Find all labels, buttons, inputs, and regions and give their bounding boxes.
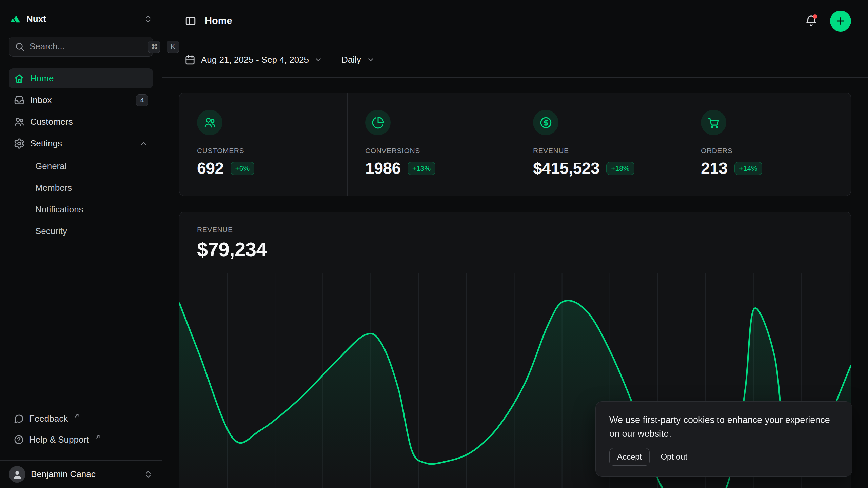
stat-delta-badge: +18%: [606, 162, 634, 175]
accept-cookies-button[interactable]: Accept: [609, 448, 650, 466]
sidebar-item-settings[interactable]: Settings: [9, 134, 153, 154]
user-menu[interactable]: Benjamin Canac: [0, 460, 162, 488]
gear-icon: [14, 138, 25, 149]
chevrons-up-down-icon: [143, 14, 153, 24]
add-button[interactable]: [830, 11, 851, 32]
page-title: Home: [205, 15, 232, 26]
chevron-down-icon: [367, 56, 375, 64]
sidebar: Nuxt ⌘ K Home Inbox 4: [0, 0, 162, 488]
stat-label: REVENUE: [533, 147, 683, 155]
search-input-wrapper[interactable]: ⌘ K: [9, 37, 153, 57]
nuxt-logo-icon: [9, 13, 21, 25]
feedback-link[interactable]: Feedback: [9, 408, 153, 429]
period-select[interactable]: Daily: [341, 55, 375, 65]
chevron-down-icon: [314, 56, 322, 64]
stat-label: CONVERSIONS: [365, 147, 515, 155]
external-link-icon: [74, 412, 80, 419]
help-circle-icon: [14, 434, 24, 445]
sidebar-item-label: Home: [30, 73, 54, 84]
inbox-icon: [14, 95, 25, 106]
cookie-message: We use first-party cookies to enhance yo…: [609, 413, 839, 441]
sidebar-item-label: Inbox: [30, 95, 52, 105]
users-icon: [197, 110, 222, 135]
feedback-label: Feedback: [29, 413, 68, 424]
stat-revenue[interactable]: REVENUE $415,523 +18%: [515, 93, 683, 196]
shopping-cart-icon: [701, 110, 726, 135]
notification-dot: [813, 14, 817, 19]
sidebar-footer: Feedback Help & Support: [0, 408, 162, 460]
chevron-up-icon: [139, 139, 148, 148]
circle-dollar-icon: [533, 110, 558, 135]
stat-conversions[interactable]: CONVERSIONS 1986 +13%: [347, 93, 515, 196]
stat-delta-badge: +13%: [408, 162, 435, 175]
workspace-switcher[interactable]: Nuxt: [9, 8, 153, 30]
stat-label: CUSTOMERS: [197, 147, 347, 155]
stat-value: 692: [197, 159, 224, 178]
period-label: Daily: [341, 55, 361, 65]
date-range-picker[interactable]: Aug 21, 2025 - Sep 4, 2025: [184, 54, 322, 65]
sidebar-nav: Home Inbox 4 Customers Settings Ge: [9, 68, 153, 243]
stat-orders[interactable]: ORDERS 213 +14%: [683, 93, 851, 196]
stat-delta-badge: +6%: [231, 162, 255, 175]
sidebar-spacer: [0, 243, 162, 408]
page-header: Home: [162, 0, 868, 42]
stats-card: CUSTOMERS 692 +6% CONVERSIONS 1986 +13%: [179, 93, 851, 196]
notifications-button[interactable]: [803, 13, 819, 29]
date-range-label: Aug 21, 2025 - Sep 4, 2025: [201, 55, 309, 65]
users-icon: [14, 116, 25, 127]
pie-chart-icon: [365, 110, 391, 135]
submenu-item-members[interactable]: Members: [9, 177, 153, 199]
submenu-item-security[interactable]: Security: [9, 220, 153, 242]
stat-value: 1986: [365, 159, 401, 178]
help-support-label: Help & Support: [29, 434, 89, 445]
panel-icon[interactable]: [184, 15, 197, 27]
stat-customers[interactable]: CUSTOMERS 692 +6%: [179, 93, 347, 196]
chat-bubble-icon: [14, 413, 24, 424]
revenue-panel-value: $79,234: [197, 238, 833, 261]
settings-submenu: General Members Notifications Security: [9, 155, 153, 242]
sidebar-item-label: Customers: [30, 117, 73, 127]
help-support-link[interactable]: Help & Support: [9, 429, 153, 450]
submenu-item-notifications[interactable]: Notifications: [9, 199, 153, 220]
calendar-icon: [184, 54, 196, 65]
chevrons-up-down-icon: [143, 470, 153, 479]
external-link-icon: [95, 433, 101, 440]
avatar: [9, 466, 25, 483]
filters-toolbar: Aug 21, 2025 - Sep 4, 2025 Daily: [162, 42, 868, 78]
user-name: Benjamin Canac: [31, 469, 96, 480]
cookie-banner: We use first-party cookies to enhance yo…: [595, 401, 852, 477]
stat-delta-badge: +14%: [734, 162, 762, 175]
kbd-cmd: ⌘: [148, 41, 160, 53]
stat-value: $415,523: [533, 159, 599, 178]
revenue-panel-label: REVENUE: [197, 226, 833, 234]
stat-value: 213: [701, 159, 728, 178]
search-input[interactable]: [29, 41, 143, 52]
sidebar-item-home[interactable]: Home: [9, 68, 153, 88]
inbox-count-badge: 4: [136, 94, 148, 106]
workspace-name: Nuxt: [26, 14, 46, 24]
optout-cookies-button[interactable]: Opt out: [654, 448, 693, 465]
sidebar-item-label: Settings: [30, 138, 62, 149]
home-icon: [14, 73, 25, 84]
sidebar-item-inbox[interactable]: Inbox 4: [9, 90, 153, 110]
search-icon: [15, 42, 25, 52]
submenu-item-general[interactable]: General: [9, 155, 153, 177]
stat-label: ORDERS: [701, 147, 851, 155]
sidebar-item-customers[interactable]: Customers: [9, 112, 153, 132]
